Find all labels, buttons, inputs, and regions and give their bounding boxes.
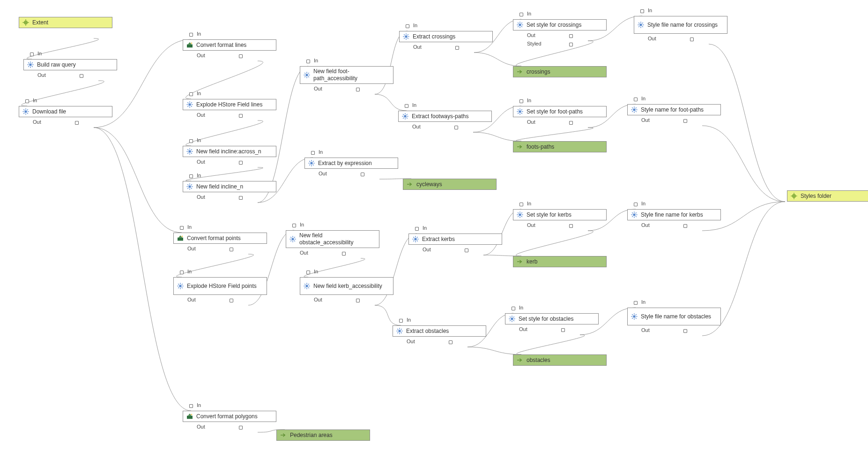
node-extexpr[interactable]: In Extract by expression Out [304, 158, 398, 169]
node-box[interactable]: Extent [19, 17, 112, 28]
node-fldacross[interactable]: In New field incline:across_n Out [183, 146, 276, 157]
port-out-dot[interactable] [356, 299, 360, 302]
port-out-dot[interactable] [449, 340, 453, 344]
node-box[interactable]: Pedestrian areas [276, 429, 370, 441]
port-out-dot[interactable] [683, 119, 687, 123]
port-out-dot[interactable] [569, 224, 573, 228]
node-box[interactable]: obstacles [513, 354, 607, 366]
node-box[interactable]: Explode HStore Field lines [183, 99, 276, 110]
node-extfoot[interactable]: In Extract footways-paths Out [398, 111, 492, 122]
node-outkerb[interactable]: kerb [513, 256, 607, 267]
port-out-dot[interactable] [75, 121, 79, 125]
node-convpoly[interactable]: In Convert format polygons Out [183, 411, 276, 422]
node-box[interactable]: New field incline_n [183, 181, 276, 192]
port-in-dot[interactable] [405, 104, 408, 108]
port-out-dot[interactable] [239, 426, 243, 429]
node-stfnkerb[interactable]: In Style fine name for kerbs Out [627, 209, 721, 220]
node-box[interactable]: Style fine name for kerbs [627, 209, 721, 220]
node-extobs[interactable]: In Extract obstacles Out [393, 325, 486, 337]
node-outcross[interactable]: crossings [513, 66, 607, 77]
node-stycross[interactable]: In Set style for crossings OutStyled [513, 19, 607, 30]
port-in-dot[interactable] [634, 98, 638, 101]
port-in-dot[interactable] [399, 319, 403, 323]
port-in-dot[interactable] [519, 13, 523, 16]
port-in-dot[interactable] [311, 151, 315, 155]
node-box[interactable]: New field kerb_accessibility [300, 277, 393, 295]
port-in-dot[interactable] [189, 139, 193, 143]
model-canvas[interactable]: Extent Styles folder In Build raw query … [0, 0, 868, 452]
port-in-dot[interactable] [406, 24, 409, 28]
node-box[interactable]: New field incline:across_n [183, 146, 276, 157]
node-extcross[interactable]: In Extract crossings Out [399, 31, 493, 42]
node-box[interactable]: Style file name for crossings [634, 16, 727, 34]
node-box[interactable]: Set style for crossings [513, 19, 607, 30]
port-out-dot[interactable] [569, 121, 573, 125]
port-out-dot[interactable] [342, 252, 346, 256]
node-box[interactable]: Extract obstacles [393, 325, 486, 337]
port-in-dot[interactable] [306, 271, 310, 274]
port-in-dot[interactable] [640, 9, 644, 13]
node-extent[interactable]: Extent [19, 17, 112, 28]
node-box[interactable]: foots-paths [513, 141, 607, 152]
port-out-dot[interactable] [683, 224, 687, 228]
port-out-dot[interactable] [230, 248, 233, 251]
port-out-dot[interactable] [239, 196, 243, 200]
node-box[interactable]: Set style for foot-paths [513, 106, 607, 117]
node-box[interactable]: Styles folder [787, 190, 868, 202]
node-box[interactable]: New field foot-path_accessibility [300, 66, 393, 84]
port-in-dot[interactable] [519, 99, 523, 103]
port-out-dot[interactable] [239, 54, 243, 58]
node-fldfoot[interactable]: In New field foot-path_accessibility Out [300, 66, 393, 84]
port-in-dot[interactable] [189, 33, 193, 37]
port-in-dot[interactable] [415, 227, 419, 231]
node-box[interactable]: Extract footways-paths [398, 111, 492, 122]
node-stfnfoot[interactable]: In Style name for foot-paths Out [627, 104, 721, 115]
node-box[interactable]: kerb [513, 256, 607, 267]
port-out-dot[interactable] [569, 34, 573, 38]
port-styled-dot[interactable] [569, 43, 573, 46]
port-in-dot[interactable] [634, 203, 638, 206]
node-styobs[interactable]: In Set style for obstacles Out [505, 313, 599, 324]
node-box[interactable]: Convert format lines [183, 39, 276, 51]
node-styfoot[interactable]: In Set style for foot-paths Out [513, 106, 607, 117]
node-box[interactable]: Style name for foot-paths [627, 104, 721, 115]
node-box[interactable]: Download file [19, 106, 112, 117]
node-box[interactable]: Set style for kerbs [513, 209, 607, 220]
node-exppts[interactable]: In Explode HStore Field points Out [173, 277, 267, 295]
node-box[interactable]: Set style for obstacles [505, 313, 599, 324]
port-out-dot[interactable] [239, 161, 243, 165]
node-explines[interactable]: In Explode HStore Field lines Out [183, 99, 276, 110]
node-fldincline[interactable]: In New field incline_n Out [183, 181, 276, 192]
node-convlines[interactable]: In Convert format lines Out [183, 39, 276, 51]
port-in-dot[interactable] [189, 174, 193, 178]
port-out-dot[interactable] [239, 114, 243, 118]
node-outobs[interactable]: obstacles [513, 354, 607, 366]
node-fldobs[interactable]: In New field obstacle_accessibility Out [286, 230, 379, 248]
port-in-dot[interactable] [180, 226, 184, 230]
node-stylesfolder[interactable]: Styles folder [787, 190, 868, 202]
node-fldkerb[interactable]: In New field kerb_accessibility Out [300, 277, 393, 295]
port-in-dot[interactable] [512, 307, 515, 310]
port-in-dot[interactable] [189, 404, 193, 408]
port-in-dot[interactable] [189, 92, 193, 96]
node-outcycle[interactable]: cycleways [403, 179, 497, 190]
node-outped[interactable]: Pedestrian areas [276, 429, 370, 441]
port-out-dot[interactable] [683, 329, 687, 333]
node-box[interactable]: crossings [513, 66, 607, 77]
port-in-dot[interactable] [25, 99, 29, 103]
node-box[interactable]: cycleways [403, 179, 497, 190]
node-convpts[interactable]: In Convert format points Out [173, 233, 267, 244]
port-out-dot[interactable] [465, 249, 468, 252]
node-buildraw[interactable]: In Build raw query Out [23, 59, 117, 70]
port-out-dot[interactable] [561, 328, 565, 332]
node-outfoot[interactable]: foots-paths [513, 141, 607, 152]
port-in-dot[interactable] [519, 203, 523, 206]
port-out-dot[interactable] [361, 173, 364, 176]
port-out-dot[interactable] [454, 126, 458, 129]
node-box[interactable]: Convert format polygons [183, 411, 276, 422]
port-out-dot[interactable] [80, 74, 83, 78]
port-in-dot[interactable] [306, 60, 310, 63]
node-box[interactable]: Build raw query [23, 59, 117, 70]
port-out-dot[interactable] [230, 299, 233, 302]
port-in-dot[interactable] [180, 271, 184, 274]
